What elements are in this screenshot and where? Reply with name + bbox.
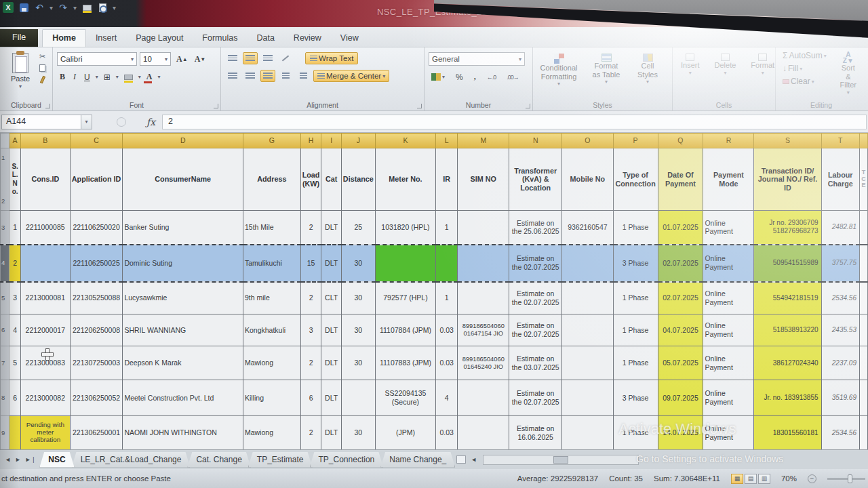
- cell[interactable]: 15th Mile: [243, 211, 300, 245]
- cell[interactable]: 221305250088: [70, 282, 123, 314]
- cell[interactable]: 386127024340: [754, 346, 821, 380]
- cell[interactable]: 518538913220: [754, 314, 821, 346]
- header-cell[interactable]: Distance: [341, 148, 375, 211]
- cell[interactable]: Kongkhatkuli: [243, 314, 300, 346]
- comma-style-icon[interactable]: ,: [471, 71, 479, 83]
- cell[interactable]: 25: [341, 211, 375, 245]
- ribbon-tab-data[interactable]: Data: [247, 30, 283, 47]
- sheet-tab-tp-estimate[interactable]: TP_Estimate: [248, 452, 313, 468]
- maximize-icon[interactable]: [833, 30, 842, 37]
- column-header-g[interactable]: G: [243, 134, 300, 148]
- cell[interactable]: [458, 245, 509, 282]
- header-cell[interactable]: Application ID: [70, 148, 123, 211]
- top-align-icon[interactable]: [225, 52, 240, 64]
- sheet-tab-le-lr-cat-load-change[interactable]: LE_LR_Cat.&Load_Change: [72, 452, 191, 468]
- cell[interactable]: 2213000081: [20, 282, 70, 314]
- zoom-level[interactable]: 70%: [781, 474, 797, 483]
- last-sheet-icon[interactable]: ►❘: [25, 456, 36, 463]
- ribbon-tab-formulas[interactable]: Formulas: [193, 30, 247, 47]
- ribbon-tab-home[interactable]: Home: [42, 29, 86, 47]
- prev-sheet-icon[interactable]: ►: [15, 456, 21, 463]
- conditional-formatting-button[interactable]: Conditional Formatting▾: [537, 52, 580, 88]
- cell[interactable]: 05.07.2025: [658, 346, 703, 380]
- ribbon-tab-page-layout[interactable]: Page Layout: [126, 30, 193, 47]
- decrease-decimal-icon[interactable]: .00→: [504, 73, 521, 81]
- autosum-button[interactable]: Σ AutoSum▾: [780, 50, 829, 61]
- header-cell[interactable]: Cat: [321, 148, 341, 211]
- sheet-tab-nsc[interactable]: NSC: [39, 452, 74, 468]
- cell[interactable]: 0.03: [436, 416, 458, 450]
- ribbon-tab-review[interactable]: Review: [284, 30, 331, 47]
- cell[interactable]: Online Payment: [703, 211, 754, 245]
- cell[interactable]: 1 Phase: [613, 416, 658, 450]
- cell[interactable]: DLT: [321, 314, 341, 346]
- cell[interactable]: 2: [300, 211, 321, 245]
- header-cell[interactable]: Load (KW): [300, 148, 321, 211]
- row-header[interactable]: 4: [1, 245, 9, 282]
- hscroll-left-icon[interactable]: ◄: [471, 456, 477, 463]
- cell[interactable]: [436, 245, 458, 282]
- cell[interactable]: Killing: [243, 380, 300, 416]
- cell[interactable]: Dominic Suting: [123, 245, 243, 282]
- cell[interactable]: 899186504060 01647154 JIO: [458, 314, 509, 346]
- formula-input[interactable]: 2: [162, 115, 867, 129]
- cell[interactable]: [458, 416, 509, 450]
- redo-icon[interactable]: ↷: [58, 2, 68, 13]
- insert-worksheet-icon[interactable]: [456, 455, 466, 464]
- cell[interactable]: [341, 380, 375, 416]
- column-header-k[interactable]: K: [375, 134, 435, 148]
- cell[interactable]: Tamulikuchi: [243, 245, 300, 282]
- cell[interactable]: [458, 282, 509, 314]
- page-break-view-icon[interactable]: ▥: [758, 474, 770, 484]
- header-cell[interactable]: ConsumerName: [123, 148, 243, 211]
- cell[interactable]: 2213000082: [20, 380, 70, 416]
- align-left-icon[interactable]: [225, 70, 240, 82]
- row-header[interactable]: 9: [1, 416, 9, 450]
- header-cell-cut[interactable]: T C E: [859, 148, 867, 211]
- cell-cut[interactable]: [859, 282, 867, 314]
- first-sheet-icon[interactable]: ◄: [5, 456, 11, 463]
- accounting-format-icon[interactable]: ▾: [429, 73, 448, 81]
- ribbon-tab-view[interactable]: View: [331, 30, 368, 47]
- cell[interactable]: 1: [436, 282, 458, 314]
- grow-font-icon[interactable]: A▴: [174, 54, 189, 65]
- cell[interactable]: 30: [341, 416, 375, 450]
- align-right-icon[interactable]: [260, 70, 275, 82]
- cell[interactable]: [20, 245, 70, 282]
- undo-icon[interactable]: ↶: [34, 2, 45, 13]
- header-cell[interactable]: IR: [436, 148, 458, 211]
- orientation-icon[interactable]: [278, 52, 293, 64]
- cell[interactable]: 15: [300, 245, 321, 282]
- cell[interactable]: 02.07.2025: [658, 282, 703, 314]
- zoom-slider-thumb[interactable]: [848, 474, 852, 483]
- cell[interactable]: 221206250008: [70, 314, 123, 346]
- cell[interactable]: Estimate on the 25.06.2025: [509, 211, 562, 245]
- cell[interactable]: 2213000083: [20, 346, 70, 380]
- clear-button[interactable]: Clear▾: [780, 76, 829, 87]
- paste-button[interactable]: Paste▾: [4, 50, 37, 91]
- cell[interactable]: Pending with meter calibration: [20, 416, 70, 450]
- column-header-b[interactable]: B: [20, 134, 70, 148]
- select-all-corner[interactable]: [1, 134, 9, 148]
- cell[interactable]: 3: [300, 314, 321, 346]
- cell[interactable]: 6: [300, 380, 321, 416]
- column-header-i[interactable]: I: [321, 134, 341, 148]
- font-color-icon[interactable]: A: [144, 73, 155, 81]
- clipboard-dialog-launcher[interactable]: [45, 104, 50, 108]
- column-header-s[interactable]: S: [754, 134, 821, 148]
- alignment-dialog-launcher[interactable]: [417, 104, 422, 108]
- cell-styles-button[interactable]: Cell Styles▾: [632, 52, 663, 86]
- cell[interactable]: 2435.53: [821, 314, 859, 346]
- cell[interactable]: [562, 416, 614, 450]
- column-header-o[interactable]: O: [562, 134, 614, 148]
- cell[interactable]: [562, 282, 614, 314]
- header-cell[interactable]: Cons.ID: [20, 148, 70, 211]
- borders-icon[interactable]: ⊞: [101, 72, 113, 83]
- cell[interactable]: 221106250025: [70, 245, 123, 282]
- cell[interactable]: Banker Suting: [123, 211, 243, 245]
- zoom-out-icon[interactable]: −: [808, 474, 816, 483]
- cell[interactable]: 1 Phase: [613, 314, 658, 346]
- percent-style-icon[interactable]: %: [453, 72, 466, 83]
- wrap-text-button[interactable]: Wrap Text: [305, 52, 358, 64]
- cell[interactable]: 30: [341, 245, 375, 282]
